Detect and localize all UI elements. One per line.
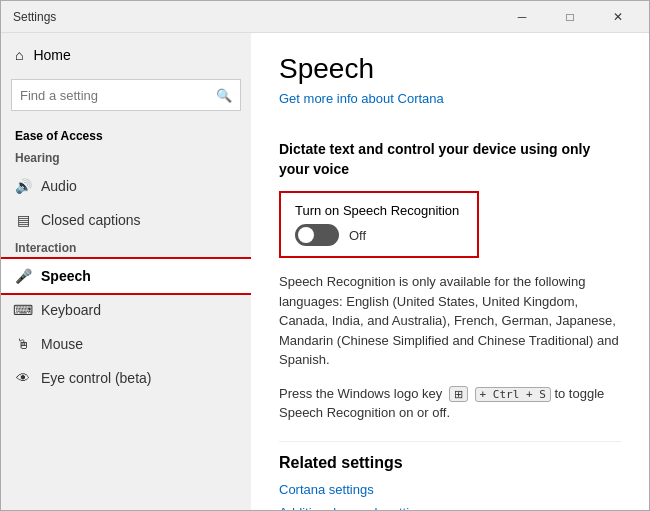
win-key-icon: ⊞ [449, 386, 468, 402]
sidebar-item-speech[interactable]: 🎤 Speech [1, 259, 251, 293]
settings-window: Settings ─ □ ✕ ⌂ Home 🔍 Ease of Access H… [0, 0, 650, 511]
sidebar-item-home[interactable]: ⌂ Home [1, 37, 251, 73]
mouse-icon: 🖱 [15, 336, 31, 352]
titlebar-controls: ─ □ ✕ [499, 1, 641, 33]
search-icon: 🔍 [216, 88, 232, 103]
search-input[interactable] [20, 88, 216, 103]
sidebar-category-interaction: Interaction [1, 237, 251, 259]
sidebar-item-keyboard[interactable]: ⌨ Keyboard [1, 293, 251, 327]
toggle-label: Turn on Speech Recognition [295, 203, 463, 218]
sidebar-item-mouse[interactable]: 🖱 Mouse [1, 327, 251, 361]
sidebar-item-eye-control[interactable]: 👁 Eye control (beta) [1, 361, 251, 395]
maximize-button[interactable]: □ [547, 1, 593, 33]
sidebar-search-box[interactable]: 🔍 [11, 79, 241, 111]
toggle-state-label: Off [349, 228, 366, 243]
shortcut-text-before: Press the Windows logo key [279, 386, 442, 401]
sidebar-item-closed-captions[interactable]: ▤ Closed captions [1, 203, 251, 237]
page-title: Speech [279, 53, 621, 85]
divider [279, 441, 621, 442]
sidebar-item-label: Eye control (beta) [41, 370, 152, 386]
sidebar-item-label: Closed captions [41, 212, 141, 228]
speech-recognition-toggle[interactable] [295, 224, 339, 246]
sidebar-home-label: Home [33, 47, 70, 63]
additional-speech-settings-link[interactable]: Additional speech settings [279, 505, 621, 510]
home-icon: ⌂ [15, 47, 23, 63]
sidebar: ⌂ Home 🔍 Ease of Access Hearing 🔊 Audio … [1, 33, 251, 510]
toggle-row: Off [295, 224, 463, 246]
sidebar-item-audio[interactable]: 🔊 Audio [1, 169, 251, 203]
keyboard-icon: ⌨ [15, 302, 31, 318]
sidebar-section-label: Ease of Access [1, 117, 251, 147]
speech-recognition-toggle-box: Turn on Speech Recognition Off [279, 191, 479, 258]
content-area: ⌂ Home 🔍 Ease of Access Hearing 🔊 Audio … [1, 33, 649, 510]
audio-icon: 🔊 [15, 178, 31, 194]
speech-icon: 🎤 [15, 268, 31, 284]
shortcut-text: Press the Windows logo key ⊞ + Ctrl + S … [279, 384, 621, 423]
sidebar-item-label: Mouse [41, 336, 83, 352]
sidebar-item-label: Speech [41, 268, 91, 284]
eye-icon: 👁 [15, 370, 31, 386]
sidebar-category-hearing: Hearing [1, 147, 251, 169]
speech-info-text: Speech Recognition is only available for… [279, 272, 621, 370]
cortana-info-link[interactable]: Get more info about Cortana [279, 91, 444, 106]
keyboard-shortcut: + Ctrl + S [475, 387, 551, 402]
dictate-heading: Dictate text and control your device usi… [279, 140, 621, 179]
main-panel: Speech Get more info about Cortana Dicta… [251, 33, 649, 510]
sidebar-item-label: Audio [41, 178, 77, 194]
close-button[interactable]: ✕ [595, 1, 641, 33]
titlebar-title: Settings [13, 10, 56, 24]
minimize-button[interactable]: ─ [499, 1, 545, 33]
titlebar: Settings ─ □ ✕ [1, 1, 649, 33]
captions-icon: ▤ [15, 212, 31, 228]
related-settings-heading: Related settings [279, 454, 621, 472]
cortana-settings-link[interactable]: Cortana settings [279, 482, 621, 497]
sidebar-item-label: Keyboard [41, 302, 101, 318]
